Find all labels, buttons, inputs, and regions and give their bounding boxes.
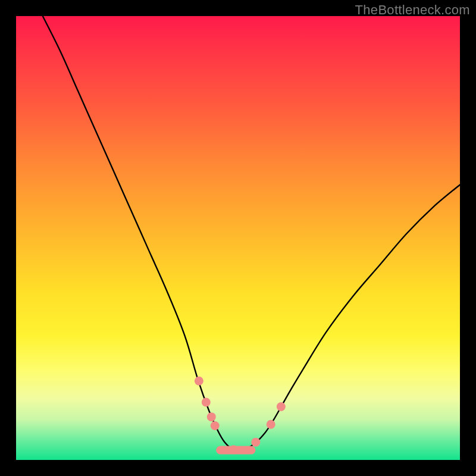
chart-frame: TheBottleneck.com: [0, 0, 476, 476]
svg-point-8: [277, 402, 286, 411]
svg-point-6: [251, 438, 260, 447]
svg-point-2: [202, 398, 211, 407]
highlight-points: [195, 377, 286, 455]
bottleneck-curve: [43, 16, 460, 450]
chart-svg: [16, 16, 460, 460]
svg-point-1: [195, 377, 203, 386]
svg-point-3: [207, 412, 216, 421]
svg-point-7: [267, 420, 275, 429]
watermark-text: TheBottleneck.com: [355, 2, 470, 18]
svg-point-4: [211, 421, 220, 430]
svg-point-5: [229, 445, 238, 454]
